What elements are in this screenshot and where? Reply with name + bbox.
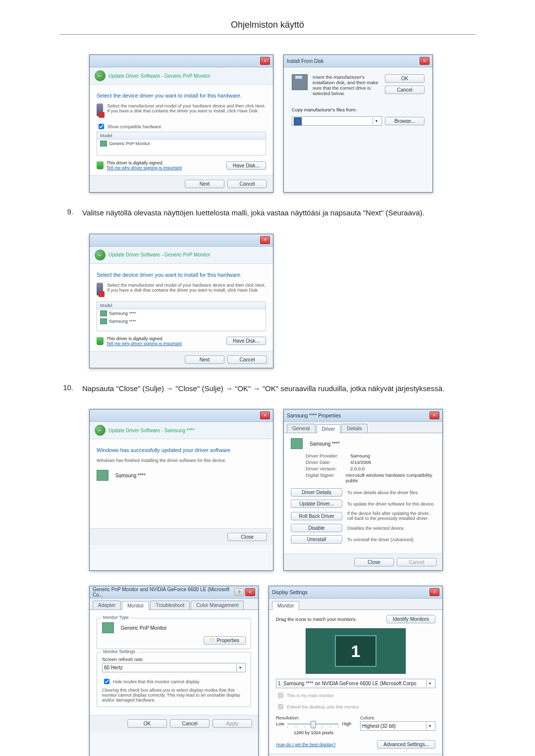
apply-button[interactable]: Apply	[213, 719, 252, 728]
tab-general[interactable]: General	[287, 424, 316, 433]
chevron-down-icon[interactable]: ▾	[236, 664, 244, 671]
compatible-hardware-checkbox[interactable]: Show compatible hardware	[97, 122, 266, 131]
monitor-preview[interactable]: 1	[306, 628, 406, 674]
colors-label: Colors:	[360, 715, 435, 720]
step-number: 9.	[59, 207, 73, 219]
dialog-heading: Select the device driver you want to ins…	[97, 93, 266, 99]
help-icon[interactable]: ?	[234, 588, 244, 596]
resolution-slider[interactable]: Low High	[276, 721, 351, 726]
close-button[interactable]: Close	[227, 533, 267, 541]
chevron-down-icon[interactable]: ▾	[373, 118, 380, 125]
driver-details-button[interactable]: Driver Details	[291, 488, 342, 497]
signing-link[interactable]: Tell me why driver signing is important	[107, 341, 182, 346]
back-icon[interactable]: ←	[95, 250, 106, 260]
cancel-button[interactable]: Cancel	[227, 355, 267, 364]
cancel-button[interactable]: Cancel	[397, 558, 436, 566]
disable-button[interactable]: Disable	[291, 524, 342, 532]
desc: To uninstall the driver (Advanced).	[347, 537, 435, 542]
update-driver-button[interactable]: Update Driver...	[291, 500, 342, 508]
value: microsoft windows hardware compatibility…	[346, 472, 435, 483]
ifd-message: Insert the manufacturer's installation d…	[313, 74, 380, 96]
window-title: Samsung **** Properties	[287, 413, 341, 418]
monitor-type-value: Generic PnP Monitor	[121, 625, 167, 631]
label: Driver Date:	[306, 459, 350, 465]
properties-button[interactable]: 🛡Properties	[204, 636, 246, 645]
hint-text: Select the manufacturer and model of you…	[107, 103, 266, 116]
cancel-button[interactable]: Cancel	[227, 180, 267, 188]
refresh-rate-combo[interactable]: 60 Hertz▾	[102, 663, 246, 672]
window-update-success: × ←Update Driver Software - Samsung ****…	[89, 409, 273, 571]
tab-monitor[interactable]: Monitor	[122, 601, 149, 610]
cancel-button[interactable]: Cancel	[170, 719, 210, 728]
tab-details[interactable]: Details	[341, 424, 368, 433]
monitor-icon	[100, 310, 107, 316]
monitor-thumb[interactable]: 1	[335, 635, 376, 667]
monitor-select-combo[interactable]: 1. Samsung **** on NVIDIA GeForce 6600 L…	[276, 679, 435, 688]
best-display-link[interactable]: How do I get the best display?	[276, 742, 336, 747]
hide-modes-checkbox[interactable]: Hide modes that this monitor cannot disp…	[102, 677, 246, 686]
chevron-down-icon[interactable]: ▾	[426, 680, 433, 687]
close-button[interactable]: Close	[354, 558, 394, 566]
have-disk-button[interactable]: Have Disk...	[226, 161, 266, 170]
chevron-down-icon[interactable]: ▾	[426, 723, 433, 730]
close-icon[interactable]: ×	[260, 57, 270, 65]
ok-button[interactable]: OK	[127, 719, 167, 728]
colors-combo[interactable]: Highest (32 bit)▾	[360, 721, 435, 731]
monitor-icon	[102, 622, 114, 633]
main-monitor-checkbox: This is my main monitor	[276, 691, 435, 700]
window-title: Install From Disk	[287, 58, 323, 64]
step-text: Valitse näytöllä olevasta näyttöjen luet…	[82, 207, 476, 219]
breadcrumb: Update Driver Software - Generic PnP Mon…	[108, 252, 210, 257]
advanced-settings-button[interactable]: Advanced Settings...	[377, 740, 435, 749]
close-icon[interactable]: ×	[260, 236, 270, 244]
list-item[interactable]: Samsung ****	[97, 317, 266, 325]
ok-button[interactable]: OK	[385, 74, 425, 83]
refresh-label: Screen refresh rate:	[102, 656, 246, 662]
tab-adapter[interactable]: Adapter	[93, 601, 121, 609]
label: Driver Provider:	[306, 453, 350, 458]
resolution-label: Resolution:	[276, 715, 351, 720]
path-combo[interactable]: ▾	[292, 116, 382, 126]
tab-driver[interactable]: Driver	[317, 424, 341, 433]
page-title: Ohjelmiston käyttö	[59, 20, 476, 35]
back-icon[interactable]: ←	[95, 425, 106, 436]
window-display-settings: Display Settings× Monitor Drag the icons…	[268, 586, 443, 756]
back-icon[interactable]: ←	[95, 70, 106, 81]
tab-color-management[interactable]: Color Management	[191, 601, 244, 609]
tab-troubleshoot[interactable]: Troubleshoot	[150, 601, 190, 609]
signing-link[interactable]: Tell me why driver signing is important	[107, 165, 182, 170]
step-number: 10.	[59, 383, 73, 395]
list-item[interactable]: Generic PnP Monitor	[97, 140, 266, 148]
identify-monitors-button[interactable]: Identify Monitors	[386, 615, 435, 623]
tab-monitor[interactable]: Monitor	[272, 601, 299, 610]
next-button[interactable]: Next	[185, 355, 224, 364]
close-icon[interactable]: ×	[245, 588, 255, 596]
slider-min: Low	[276, 721, 284, 726]
label: Digital Signer:	[306, 472, 346, 483]
label: Driver Version:	[306, 466, 350, 471]
have-disk-button[interactable]: Have Disk...	[226, 337, 266, 345]
breadcrumb: Update Driver Software - Samsung ****	[108, 428, 194, 433]
close-icon[interactable]: ×	[260, 411, 270, 419]
next-button[interactable]: Next	[185, 180, 224, 188]
signed-text: This driver is digitally signed.	[107, 336, 182, 341]
group-label: Monitor Settings	[101, 649, 137, 654]
uninstall-button[interactable]: Uninstall	[291, 535, 342, 544]
close-icon[interactable]: ×	[429, 411, 439, 419]
close-icon[interactable]: ×	[429, 588, 439, 596]
model-list[interactable]: Model Generic PnP Monitor	[97, 132, 266, 155]
success-heading: Windows has successfully updated your dr…	[97, 447, 266, 453]
model-list[interactable]: Model Samsung **** Samsung ****	[97, 302, 266, 331]
step-text: Napsauta "Close" (Sulje) → "Close" (Sulj…	[82, 383, 476, 395]
signed-text: This driver is digitally signed.	[107, 160, 182, 165]
list-header: Model	[97, 302, 266, 309]
list-header: Model	[97, 132, 266, 140]
cancel-button[interactable]: Cancel	[385, 86, 425, 94]
window-title: Generic PnP Monitor and NVIDIA GeForce 6…	[93, 587, 234, 598]
rollback-button[interactable]: Roll Back Driver	[291, 512, 342, 520]
browse-button[interactable]: Browse...	[385, 117, 425, 125]
window-monitor-properties: Generic PnP Monitor and NVIDIA GeForce 6…	[89, 586, 259, 756]
shield-icon: 🛡	[210, 638, 215, 643]
close-icon[interactable]: ×	[420, 57, 429, 65]
list-item[interactable]: Samsung ****	[97, 309, 266, 317]
